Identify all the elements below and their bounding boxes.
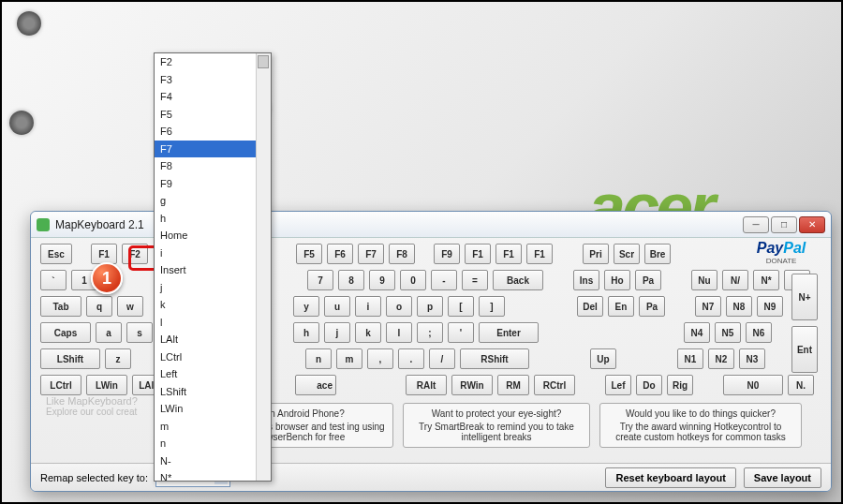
key-k[interactable]: k bbox=[355, 322, 381, 343]
key-n5[interactable]: N5 bbox=[715, 322, 741, 343]
scrollbar[interactable] bbox=[256, 53, 271, 481]
key-break[interactable]: Bre bbox=[644, 244, 671, 264]
key-f9[interactable]: F9 bbox=[434, 244, 460, 264]
key-n6[interactable]: N6 bbox=[746, 322, 772, 343]
key-enter[interactable]: Enter bbox=[479, 322, 539, 343]
key-n[interactable]: n bbox=[305, 348, 332, 369]
key-backtick[interactable]: ` bbox=[40, 270, 67, 290]
key-z[interactable]: z bbox=[105, 348, 131, 369]
key-numplus[interactable]: N+ bbox=[791, 274, 818, 320]
key-printscreen[interactable]: Pri bbox=[583, 244, 609, 264]
key-insert[interactable]: Ins bbox=[573, 270, 599, 290]
key-down[interactable]: Do bbox=[636, 375, 662, 395]
dropdown-item[interactable]: F2 bbox=[155, 53, 256, 71]
key-equals[interactable]: = bbox=[462, 270, 488, 290]
key-f10[interactable]: F1 bbox=[465, 244, 491, 264]
key-up[interactable]: Up bbox=[590, 348, 616, 369]
key-scrolllock[interactable]: Scr bbox=[614, 244, 640, 264]
key-delete[interactable]: Del bbox=[577, 296, 603, 317]
key-u[interactable]: u bbox=[324, 296, 350, 317]
promo-smartbreak[interactable]: Want to protect your eye-sight? Try Smar… bbox=[403, 403, 590, 448]
paypal-donate[interactable]: PayPal DONATE bbox=[745, 240, 818, 265]
key-q[interactable]: q bbox=[86, 296, 112, 317]
key-s[interactable]: s bbox=[126, 322, 153, 343]
remap-dropdown-list[interactable]: F2F3F4F5F6F7F8F9ghHomeiInsertjklLAltLCtr… bbox=[154, 52, 272, 482]
reset-layout-button[interactable]: Reset keyboard layout bbox=[605, 467, 735, 488]
key-f5[interactable]: F5 bbox=[296, 244, 322, 264]
key-minus[interactable]: - bbox=[431, 270, 457, 290]
key-f6[interactable]: F6 bbox=[327, 244, 353, 264]
promo-hotkeycontrol[interactable]: Would you like to do things quicker? Try… bbox=[599, 403, 802, 448]
dropdown-item[interactable]: F9 bbox=[155, 175, 256, 193]
key-n2[interactable]: N2 bbox=[708, 348, 734, 369]
key-bracket-l[interactable]: [ bbox=[448, 296, 474, 317]
key-n3[interactable]: N3 bbox=[739, 348, 765, 369]
dropdown-item[interactable]: F4 bbox=[155, 88, 256, 106]
dropdown-item[interactable]: Home bbox=[155, 227, 256, 245]
maximize-button[interactable]: □ bbox=[771, 216, 797, 233]
dropdown-item[interactable]: LShift bbox=[155, 383, 256, 401]
key-right[interactable]: Rig bbox=[667, 375, 693, 395]
key-l[interactable]: l bbox=[386, 322, 412, 343]
key-period[interactable]: . bbox=[398, 348, 424, 369]
dropdown-item[interactable]: LCtrl bbox=[155, 348, 256, 366]
key-n7[interactable]: N7 bbox=[695, 296, 721, 317]
key-rwin[interactable]: RWin bbox=[451, 375, 493, 395]
key-numenter[interactable]: Ent bbox=[791, 326, 818, 373]
key-rctrl[interactable]: RCtrl bbox=[534, 375, 575, 395]
key-slash[interactable]: / bbox=[429, 348, 455, 369]
close-button[interactable]: ✕ bbox=[799, 216, 825, 233]
titlebar[interactable]: MapKeyboard 2.1 ─ □ ✕ bbox=[31, 212, 831, 238]
dropdown-item[interactable]: Left bbox=[155, 365, 256, 383]
key-backspace[interactable]: Back bbox=[493, 270, 543, 290]
key-tab[interactable]: Tab bbox=[40, 296, 81, 317]
key-i[interactable]: i bbox=[355, 296, 381, 317]
key-n8[interactable]: N8 bbox=[726, 296, 752, 317]
key-n4[interactable]: N4 bbox=[684, 322, 710, 343]
key-pageup[interactable]: Pa bbox=[635, 270, 661, 290]
key-semicolon[interactable]: ; bbox=[417, 322, 443, 343]
key-p[interactable]: p bbox=[417, 296, 443, 317]
key-rshift[interactable]: RShift bbox=[460, 348, 529, 369]
key-f12[interactable]: F1 bbox=[526, 244, 553, 264]
dropdown-item[interactable]: LWin bbox=[155, 400, 256, 418]
key-f11[interactable]: F1 bbox=[495, 244, 522, 264]
dropdown-item[interactable]: LAlt bbox=[155, 331, 256, 348]
dropdown-item[interactable]: l bbox=[155, 314, 256, 332]
minimize-button[interactable]: ─ bbox=[743, 216, 769, 233]
key-o[interactable]: o bbox=[386, 296, 412, 317]
key-space[interactable]: ace bbox=[295, 375, 336, 395]
key-y[interactable]: y bbox=[293, 296, 319, 317]
key-0[interactable]: 0 bbox=[400, 270, 426, 290]
dropdown-item[interactable]: h bbox=[155, 210, 256, 228]
dropdown-item[interactable]: n bbox=[155, 435, 256, 452]
key-end[interactable]: En bbox=[608, 296, 634, 317]
key-8[interactable]: 8 bbox=[338, 270, 364, 290]
key-rmenu[interactable]: RM bbox=[497, 375, 529, 395]
dropdown-item[interactable]: j bbox=[155, 279, 256, 297]
dropdown-item[interactable]: F8 bbox=[155, 157, 256, 175]
dropdown-item[interactable]: F3 bbox=[155, 71, 256, 89]
key-f2[interactable]: F2 bbox=[122, 244, 148, 264]
key-w[interactable]: w bbox=[117, 296, 143, 317]
key-lctrl[interactable]: LCtrl bbox=[40, 375, 81, 395]
key-n1[interactable]: N1 bbox=[677, 348, 703, 369]
key-numlock[interactable]: Nu bbox=[691, 270, 717, 290]
dropdown-item[interactable]: m bbox=[155, 418, 256, 436]
scrollbar-thumb[interactable] bbox=[258, 55, 269, 68]
key-comma[interactable]: , bbox=[367, 348, 393, 369]
key-caps[interactable]: Caps bbox=[40, 322, 91, 343]
dropdown-item[interactable]: F6 bbox=[155, 123, 256, 141]
key-left[interactable]: Lef bbox=[605, 375, 631, 395]
key-home[interactable]: Ho bbox=[604, 270, 630, 290]
dropdown-item[interactable]: g bbox=[155, 192, 256, 210]
key-f1[interactable]: F1 bbox=[91, 244, 117, 264]
key-h[interactable]: h bbox=[293, 322, 319, 343]
save-layout-button[interactable]: Save layout bbox=[744, 467, 821, 488]
key-pagedown[interactable]: Pa bbox=[639, 296, 665, 317]
key-n9[interactable]: N9 bbox=[757, 296, 783, 317]
dropdown-item[interactable]: F5 bbox=[155, 106, 256, 124]
key-ralt[interactable]: RAlt bbox=[406, 375, 447, 395]
key-apostrophe[interactable]: ' bbox=[448, 322, 474, 343]
key-f8[interactable]: F8 bbox=[389, 244, 415, 264]
